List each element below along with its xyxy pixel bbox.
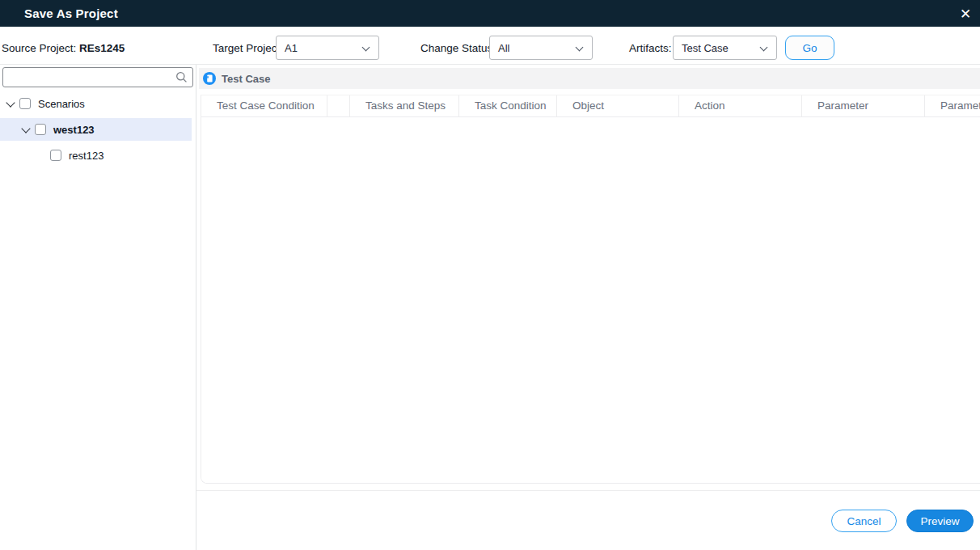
target-project-selected-value: A1: [285, 42, 298, 54]
test-case-section-header: Test Case: [199, 68, 980, 89]
chevron-down-icon: [760, 44, 768, 52]
table-header-row: Test Case Condition Tasks and Steps Task…: [201, 95, 980, 117]
tree-item-scenarios[interactable]: Scenarios: [0, 92, 192, 115]
source-project-text: Source Project: REs1245: [2, 42, 125, 54]
main-panel: Test Case Test Case Condition Tasks and …: [196, 65, 980, 550]
chevron-down-icon: [362, 44, 370, 52]
target-project-select[interactable]: A1: [276, 36, 379, 60]
test-case-table: Test Case Condition Tasks and Steps Task…: [201, 95, 980, 484]
search-icon: [175, 71, 188, 83]
chevron-down-icon: [576, 44, 584, 52]
table-body-empty: [201, 117, 980, 484]
toolbar: Source Project: REs1245 Target Project: …: [0, 27, 980, 65]
column-header-blank: [327, 95, 350, 116]
change-status-select[interactable]: All: [489, 36, 593, 60]
source-project-label: Source Project:: [2, 42, 76, 54]
search-input[interactable]: [2, 67, 193, 87]
source-project-value: REs1245: [79, 42, 125, 54]
tree-item-west123[interactable]: west123: [0, 118, 192, 141]
go-button[interactable]: Go: [785, 36, 834, 60]
column-header-test-case-condition: Test Case Condition: [201, 95, 327, 116]
column-header-parameter: Parameter: [802, 95, 925, 116]
artifacts-selected-value: Test Case: [682, 42, 729, 54]
artifacts-select[interactable]: Test Case: [673, 36, 777, 60]
dialog-titlebar: Save As Project ✕: [0, 0, 980, 27]
save-as-project-dialog: Save As Project ✕ Source Project: REs124…: [0, 0, 980, 550]
column-header-task-condition: Task Condition: [459, 95, 557, 116]
dialog-title: Save As Project: [24, 6, 118, 20]
tree-item-label: Scenarios: [38, 98, 85, 110]
preview-button[interactable]: Preview: [906, 510, 974, 532]
tree-item-label: rest123: [69, 150, 103, 162]
dialog-footer: Cancel Preview: [196, 490, 980, 550]
checkbox-rest123[interactable]: [50, 150, 61, 161]
tree-item-rest123[interactable]: rest123: [0, 144, 192, 167]
chevron-down-icon[interactable]: [20, 124, 32, 135]
scenario-tree-panel: Scenarios west123 rest123: [0, 65, 196, 550]
change-status-selected-value: All: [498, 42, 509, 54]
column-header-action: Action: [679, 95, 802, 116]
close-icon[interactable]: ✕: [957, 6, 974, 22]
cancel-button[interactable]: Cancel: [831, 510, 897, 532]
section-title: Test Case: [222, 73, 270, 85]
column-header-tasks-and-steps: Tasks and Steps: [350, 95, 459, 116]
checkbox-scenarios[interactable]: [19, 98, 31, 109]
artifacts-label: Artifacts:: [629, 42, 672, 54]
chevron-down-icon[interactable]: [5, 98, 16, 109]
scenario-tree: Scenarios west123 rest123: [0, 92, 196, 167]
tree-item-label: west123: [53, 124, 95, 136]
test-case-icon: [203, 72, 216, 85]
checkbox-west123[interactable]: [35, 124, 46, 135]
change-status-label: Change Status:: [420, 42, 496, 54]
target-project-label: Target Project:: [213, 42, 283, 54]
column-header-object: Object: [557, 95, 679, 116]
column-header-parameter-2: Parameter: [925, 95, 980, 116]
